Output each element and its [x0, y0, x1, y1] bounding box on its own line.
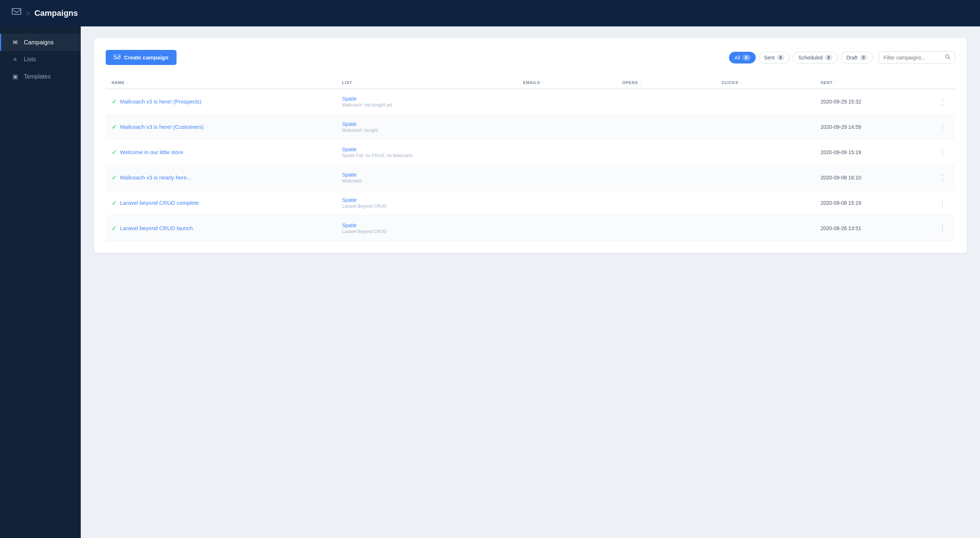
- search-input[interactable]: [883, 55, 942, 60]
- list-link[interactable]: Spatie: [342, 223, 357, 228]
- list-link[interactable]: Spatie: [342, 96, 357, 102]
- sent-check-icon: ✓: [111, 199, 117, 207]
- emails-cell: [517, 89, 616, 115]
- sort-arrow-opens: ↑: [640, 81, 641, 85]
- campaigns-table: NAME↑LIST↑EMAILS↑OPENS↑CLICKS↑SENT↑ ✓ Ma…: [106, 77, 955, 241]
- table-row: ✓ Welcome in our little store Spatie Spa…: [106, 140, 955, 165]
- page-title: Campaigns: [35, 8, 78, 18]
- campaign-link[interactable]: Mailcoach v3 is here! (Customers): [120, 123, 204, 131]
- sidebar-item-label: Campaigns: [24, 39, 54, 46]
- list-link[interactable]: Spatie: [342, 146, 357, 152]
- opens-cell: [616, 165, 715, 191]
- sent-date-cell: 2020-09-29 15:32: [815, 89, 930, 115]
- search-box: [879, 51, 955, 64]
- sidebar-item-templates[interactable]: ▣Templates: [0, 68, 81, 85]
- create-campaign-button[interactable]: Create campaign: [106, 50, 177, 65]
- campaign-name-cell: ✓ Mailcoach v3 is nearly here...: [106, 165, 336, 191]
- table-row: ✓ Mailcoach v3 is nearly here... Spatie …: [106, 165, 955, 191]
- opens-cell: [616, 216, 715, 241]
- emails-cell: [517, 115, 616, 140]
- clicks-cell: [715, 140, 815, 165]
- filter-tab-scheduled[interactable]: Scheduled0: [793, 52, 838, 64]
- campaign-list-cell: Spatie Mailcoach: not bought yet: [336, 89, 517, 115]
- sort-arrow-clicks: ↑: [740, 81, 742, 85]
- lists-icon: ≡: [11, 56, 19, 63]
- sent-date-cell: 2020-09-09 15:19: [815, 140, 930, 165]
- svg-line-3: [948, 57, 950, 59]
- list-sub: Mailcoach: not bought yet: [342, 102, 511, 108]
- row-more-button[interactable]: ⋮: [936, 146, 949, 158]
- filter-tab-all[interactable]: All6: [729, 52, 756, 64]
- row-actions-cell: ⋮: [930, 165, 955, 191]
- row-more-button[interactable]: ⋮: [936, 223, 949, 234]
- content-card: Create campaign All6Sent6Scheduled0Draft…: [94, 38, 967, 253]
- emails-cell: [517, 191, 616, 216]
- sent-check-icon: ✓: [111, 123, 117, 131]
- row-actions-cell: ⋮: [930, 89, 955, 115]
- col-header-actions: [930, 77, 955, 89]
- opens-cell: [616, 115, 715, 140]
- sort-arrow-emails: ↑: [542, 81, 544, 85]
- sidebar: ✉Campaigns≡Lists▣Templates: [0, 26, 81, 538]
- campaigns-icon: [12, 8, 21, 18]
- col-header-clicks[interactable]: CLICKS↑: [715, 77, 815, 89]
- col-header-emails[interactable]: EMAILS↑: [517, 77, 616, 89]
- campaign-list-cell: Spatie Mailcoach: bought: [336, 115, 517, 140]
- row-more-button[interactable]: ⋮: [936, 197, 949, 209]
- col-header-opens[interactable]: OPENS↑: [616, 77, 715, 89]
- campaigns-icon: ✉: [11, 39, 19, 46]
- filter-tabs: All6Sent6Scheduled0Draft0: [729, 52, 873, 64]
- clicks-cell: [715, 165, 815, 191]
- clicks-cell: [715, 89, 815, 115]
- list-link[interactable]: Spatie: [342, 172, 357, 178]
- campaign-name-cell: ✓ Laravel beyond CRUD launch: [106, 216, 336, 241]
- row-more-button[interactable]: ⋮: [936, 172, 949, 183]
- col-header-list[interactable]: LIST↑: [336, 77, 517, 89]
- campaign-link[interactable]: Mailcoach v3 is nearly here...: [120, 173, 191, 181]
- list-link[interactable]: Spatie: [342, 197, 357, 203]
- sent-date-cell: 2020-09-29 14:59: [815, 115, 930, 140]
- breadcrumb-separator: >: [26, 9, 30, 18]
- sent-date-cell: 2020-09-08 16:10: [815, 165, 930, 191]
- sent-date-cell: 2020-08-26 13:51: [815, 216, 930, 241]
- campaign-link[interactable]: Laravel beyond CRUD launch: [120, 224, 193, 232]
- sent-check-icon: ✓: [111, 224, 117, 232]
- clicks-cell: [715, 216, 815, 241]
- col-header-sent[interactable]: SENT↑: [815, 77, 930, 89]
- opens-cell: [616, 89, 715, 115]
- row-more-button[interactable]: ⋮: [936, 121, 949, 133]
- campaign-link[interactable]: Welcome in our little store: [120, 148, 183, 156]
- sidebar-item-label: Templates: [24, 73, 51, 80]
- opens-cell: [616, 191, 715, 216]
- filter-tab-sent[interactable]: Sent6: [759, 52, 790, 64]
- templates-icon: ▣: [11, 73, 19, 80]
- sidebar-item-campaigns[interactable]: ✉Campaigns: [0, 34, 81, 51]
- sort-arrow-name: ↑: [126, 81, 129, 85]
- filter-tab-draft[interactable]: Draft0: [841, 52, 873, 64]
- list-sub: Laravel Beyond CRUD: [342, 204, 511, 209]
- campaign-link[interactable]: Mailcoach v3 is here! (Prospects): [120, 98, 202, 105]
- campaign-name-cell: ✓ Welcome in our little store: [106, 140, 336, 165]
- list-sub: Mailcoach: [342, 178, 511, 183]
- search-icon: [945, 54, 950, 60]
- list-sub: Mailcoach: bought: [342, 128, 511, 133]
- list-sub: Laravel Beyond CRUD: [342, 229, 511, 234]
- emails-cell: [517, 165, 616, 191]
- sent-date-cell: 2020-09-08 15:19: [815, 191, 930, 216]
- emails-cell: [517, 216, 616, 241]
- col-header-name[interactable]: NAME↑: [106, 77, 336, 89]
- table-row: ✓ Laravel beyond CRUD launch Spatie Lara…: [106, 216, 955, 241]
- list-link[interactable]: Spatie: [342, 121, 357, 127]
- table-row: ✓ Mailcoach v3 is here! (Customers) Spat…: [106, 115, 955, 140]
- clicks-cell: [715, 191, 815, 216]
- sort-arrow-sent: ↑: [834, 81, 837, 85]
- svg-rect-0: [12, 8, 21, 14]
- sidebar-item-lists[interactable]: ≡Lists: [0, 51, 81, 68]
- toolbar: Create campaign All6Sent6Scheduled0Draft…: [106, 50, 955, 65]
- campaign-name-cell: ✓ Laravel beyond CRUD complete: [106, 191, 336, 216]
- row-more-button[interactable]: ⋮: [936, 96, 949, 108]
- sent-check-icon: ✓: [111, 98, 117, 106]
- main-content: Create campaign All6Sent6Scheduled0Draft…: [81, 26, 980, 538]
- emails-cell: [517, 140, 616, 165]
- campaign-link[interactable]: Laravel beyond CRUD complete: [120, 199, 199, 207]
